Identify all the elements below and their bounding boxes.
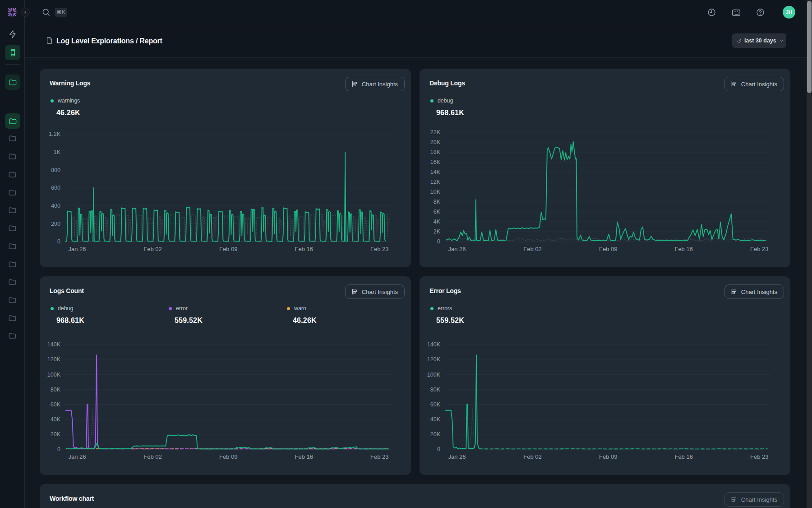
svg-text:Feb 09: Feb 09 bbox=[219, 453, 237, 460]
svg-text:20K: 20K bbox=[51, 431, 61, 438]
svg-text:40K: 40K bbox=[430, 416, 441, 423]
svg-text:100K: 100K bbox=[47, 372, 61, 378]
svg-text:0: 0 bbox=[57, 446, 60, 452]
svg-text:Jan 26: Jan 26 bbox=[448, 246, 466, 252]
svg-text:Feb 16: Feb 16 bbox=[295, 246, 313, 252]
svg-text:100K: 100K bbox=[427, 372, 441, 378]
svg-text:8K: 8K bbox=[434, 199, 441, 205]
svg-text:4K: 4K bbox=[434, 219, 441, 225]
svg-text:1K: 1K bbox=[54, 149, 61, 155]
svg-text:12K: 12K bbox=[430, 179, 441, 185]
svg-text:Feb 02: Feb 02 bbox=[523, 453, 541, 460]
svg-text:Jan 26: Jan 26 bbox=[68, 246, 86, 252]
svg-text:Feb 09: Feb 09 bbox=[599, 246, 617, 252]
svg-text:Feb 16: Feb 16 bbox=[674, 453, 692, 460]
svg-text:0: 0 bbox=[437, 238, 440, 245]
svg-text:120K: 120K bbox=[47, 356, 61, 363]
svg-text:Feb 09: Feb 09 bbox=[219, 246, 237, 252]
svg-text:20K: 20K bbox=[430, 431, 441, 438]
svg-text:400: 400 bbox=[51, 203, 60, 209]
svg-text:60K: 60K bbox=[51, 401, 61, 408]
svg-text:80K: 80K bbox=[51, 387, 61, 393]
svg-text:2K: 2K bbox=[434, 228, 441, 235]
svg-text:200: 200 bbox=[51, 221, 60, 227]
svg-text:800: 800 bbox=[51, 167, 60, 173]
svg-text:Feb 16: Feb 16 bbox=[295, 453, 313, 460]
svg-text:Feb 16: Feb 16 bbox=[674, 246, 692, 252]
svg-text:140K: 140K bbox=[47, 341, 61, 348]
svg-text:22K: 22K bbox=[430, 129, 441, 135]
svg-text:40K: 40K bbox=[51, 416, 61, 423]
svg-text:1.2K: 1.2K bbox=[49, 131, 60, 137]
svg-text:80K: 80K bbox=[430, 387, 441, 393]
svg-text:Feb 23: Feb 23 bbox=[370, 246, 388, 252]
svg-text:Feb 23: Feb 23 bbox=[750, 246, 768, 252]
svg-text:6K: 6K bbox=[434, 209, 441, 215]
svg-text:60K: 60K bbox=[430, 401, 441, 408]
svg-text:0: 0 bbox=[437, 446, 440, 452]
svg-text:10K: 10K bbox=[430, 189, 441, 195]
svg-text:140K: 140K bbox=[427, 341, 441, 348]
svg-text:20K: 20K bbox=[430, 139, 441, 145]
svg-text:Feb 02: Feb 02 bbox=[143, 453, 161, 460]
svg-text:120K: 120K bbox=[427, 356, 441, 363]
svg-text:Feb 02: Feb 02 bbox=[143, 246, 161, 252]
svg-text:Feb 02: Feb 02 bbox=[523, 246, 541, 252]
svg-text:18K: 18K bbox=[430, 149, 441, 155]
svg-text:0: 0 bbox=[57, 238, 60, 245]
svg-text:Jan 26: Jan 26 bbox=[448, 453, 466, 460]
svg-text:Feb 09: Feb 09 bbox=[599, 453, 617, 460]
svg-text:16K: 16K bbox=[430, 159, 441, 165]
svg-text:600: 600 bbox=[51, 185, 60, 191]
svg-text:Feb 23: Feb 23 bbox=[750, 453, 768, 460]
svg-text:Feb 23: Feb 23 bbox=[370, 453, 388, 460]
svg-text:14K: 14K bbox=[430, 169, 441, 175]
svg-text:Jan 26: Jan 26 bbox=[68, 453, 86, 460]
